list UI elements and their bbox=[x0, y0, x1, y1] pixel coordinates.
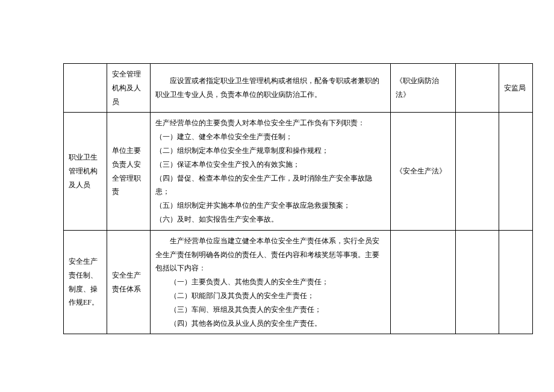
table-row: 安全管理机构及人员 应设置或者指定职业卫生管理机构或者组织，配备专职或者兼职的职… bbox=[64, 64, 533, 113]
cell-subcategory: 单位主要负责人安全管理职责 bbox=[107, 113, 150, 230]
category-suffix: EF。 bbox=[83, 298, 99, 306]
cell-content: 生产经营单位应当建立健全本单位安全生产责任体系，实行全员安全生产责任制明确各岗位… bbox=[150, 230, 391, 334]
content-text: 应设置或者指定职业卫生管理机构或者组织，配备专职或者兼职的职业卫生专业人员，负责… bbox=[155, 74, 386, 102]
regulation-table: 安全管理机构及人员 应设置或者指定职业卫生管理机构或者组织，配备专职或者兼职的职… bbox=[63, 63, 533, 334]
cell-category: 职业卫生管理机构及人员 bbox=[64, 113, 107, 230]
content-item: （四）其他各岗位及从业人员的安全生产责任。 bbox=[155, 317, 386, 331]
content-line: （一）建立、健全本单位安全生产责任制； bbox=[155, 130, 386, 144]
cell-authority bbox=[499, 113, 532, 230]
cell-category: 安全生产责任制、制度、操作规EF。 bbox=[64, 230, 107, 334]
content-line: （二）组织制定本单位安全生产规章制度和操作规程； bbox=[155, 144, 386, 158]
content-item: （二）职能部门及其负责人的安全生产责任； bbox=[155, 289, 386, 303]
cell-law: 《安全生产法》 bbox=[391, 113, 456, 230]
cell-subcategory: 安全管理机构及人员 bbox=[107, 64, 150, 113]
table-row: 职业卫生管理机构及人员 单位主要负责人安全管理职责 生产经营单位的主要负责人对本… bbox=[64, 113, 533, 230]
content-line: （六）及时、如实报告生产安全事故。 bbox=[155, 213, 386, 226]
content-line: 生产经营单位的主要负责人对本单位安全生产工作负有下列职责： bbox=[155, 116, 386, 130]
cell-content: 生产经营单位的主要负责人对本单位安全生产工作负有下列职责： （一）建立、健全本单… bbox=[150, 113, 391, 230]
cell-content: 应设置或者指定职业卫生管理机构或者组织，配备专职或者兼职的职业卫生专业人员，负责… bbox=[150, 64, 391, 113]
content-item: （一）主要负责人、其他负责人的安全生产责任； bbox=[155, 275, 386, 289]
content-line: （三）保证本单位安全生产投入的有效实施； bbox=[155, 158, 386, 172]
content-item: （三）车间、班组及其负责人的安全生产责任； bbox=[155, 303, 386, 317]
table-row: 安全生产责任制、制度、操作规EF。 安全生产责任体系 生产经营单位应当建立健全本… bbox=[64, 230, 533, 334]
cell-authority: 安监局 bbox=[499, 64, 532, 113]
cell-law: 《职业病防治法》 bbox=[391, 64, 456, 113]
content-line: （五）组织制定并实施本单位的生产安全事故应急救援预案； bbox=[155, 199, 386, 213]
document-table-container: 安全管理机构及人员 应设置或者指定职业卫生管理机构或者组织，配备专职或者兼职的职… bbox=[63, 63, 533, 334]
content-intro: 生产经营单位应当建立健全本单位安全生产责任体系，实行全员安全生产责任制明确各岗位… bbox=[155, 234, 386, 275]
cell-blank bbox=[455, 230, 499, 334]
cell-authority bbox=[499, 230, 532, 334]
cell-law bbox=[391, 230, 456, 334]
cell-category bbox=[64, 64, 107, 113]
content-line: （四）督促、检查本单位的安全生产工作，及时消除生产安全事故隐患； bbox=[155, 172, 386, 199]
cell-blank bbox=[455, 113, 499, 230]
cell-blank bbox=[455, 64, 499, 113]
cell-subcategory: 安全生产责任体系 bbox=[107, 230, 150, 334]
